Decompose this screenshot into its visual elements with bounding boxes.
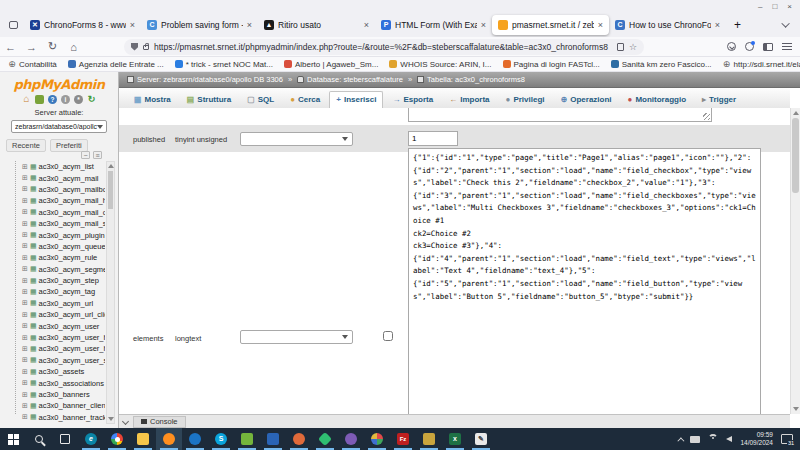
- browser-tab[interactable]: ✕ ChronoForms 8 - www.stebersc ×: [24, 15, 141, 35]
- info-icon[interactable]: i: [61, 95, 70, 104]
- pma-tab[interactable]: → Esporta: [385, 91, 440, 108]
- home-icon[interactable]: ⌂: [63, 41, 84, 53]
- scrollbar-thumb[interactable]: [792, 118, 799, 193]
- menu-hamburger-icon[interactable]: [782, 46, 792, 47]
- breadcrumb-server[interactable]: Server: zebrasrn/database0/apollo DB 330…: [127, 75, 283, 84]
- tab-close-icon[interactable]: ×: [481, 20, 486, 30]
- logout-icon[interactable]: [35, 95, 44, 104]
- server-select[interactable]: zebrasrn/database0/apollc: [11, 120, 107, 133]
- expand-plus-icon[interactable]: ⊞: [22, 185, 28, 193]
- pma-tab[interactable]: ▦ Mostra: [127, 91, 178, 108]
- task-view-button[interactable]: [52, 428, 78, 450]
- taskbar-search-button[interactable]: [26, 428, 52, 450]
- taskbar-app-icon[interactable]: [130, 428, 156, 450]
- expand-plus-icon[interactable]: ⊞: [22, 254, 28, 262]
- scrollbar-thumb[interactable]: [108, 171, 113, 209]
- browser-tab[interactable]: C How to use ChronoForms 8 - In ×: [609, 15, 726, 35]
- bookmark-item[interactable]: Agenzia delle Entrate ...: [68, 60, 164, 69]
- tray-chevron-up-icon[interactable]: [678, 437, 685, 444]
- tree-table-item[interactable]: ⊞ ▦ ac3x0_acym_url_click: [0, 309, 105, 320]
- taskbar-app-icon[interactable]: S: [208, 428, 234, 450]
- sidebar-toggle-icon[interactable]: [763, 43, 773, 51]
- tree-table-item[interactable]: ⊞ ▦ ac3x0_acym_list: [0, 161, 105, 172]
- expand-plus-icon[interactable]: ⊞: [22, 311, 28, 319]
- bookmark-item[interactable]: * trick - srnet NOC Mat...: [175, 60, 273, 69]
- bookmark-item[interactable]: Sanità km zero Fascico...: [611, 60, 712, 69]
- expand-plus-icon[interactable]: ⊞: [22, 356, 28, 364]
- pma-tab[interactable]: ▢ SQL: [240, 91, 281, 108]
- tree-table-item[interactable]: ⊞ ▦ ac3x0_acym_mail_stat: [0, 218, 105, 229]
- tree-table-item[interactable]: ⊞ ▦ ac3x0_acym_mailbox_: [0, 184, 105, 195]
- expand-plus-icon[interactable]: ⊞: [22, 379, 28, 387]
- expand-plus-icon[interactable]: ⊞: [22, 402, 28, 410]
- console-caret-icon[interactable]: [122, 418, 129, 425]
- function-select[interactable]: [240, 330, 353, 344]
- settings-gear-icon[interactable]: *: [74, 95, 83, 104]
- expand-plus-icon[interactable]: ⊞: [22, 231, 28, 239]
- taskbar-app-icon[interactable]: Fz: [390, 428, 416, 450]
- expand-plus-icon[interactable]: ⊞: [22, 368, 28, 376]
- browser-tab[interactable]: ▲ Ritiro usato ×: [258, 15, 375, 35]
- tab-close-icon[interactable]: ×: [364, 20, 369, 30]
- forward-icon[interactable]: →: [21, 41, 42, 53]
- browser-tab[interactable]: C Problem saving form - Forums ×: [141, 15, 258, 35]
- close-button[interactable]: ×: [787, 2, 792, 11]
- expand-plus-icon[interactable]: ⊞: [22, 322, 28, 330]
- scroll-up-icon[interactable]: [793, 111, 799, 115]
- tree-table-item[interactable]: ⊞ ▦ ac3x0_acym_step: [0, 275, 105, 286]
- tree-table-item[interactable]: ⊞ ▦ ac3x0_acym_user_has: [0, 343, 105, 354]
- tracking-shield-icon[interactable]: [131, 43, 138, 51]
- refresh-icon[interactable]: ↻: [87, 95, 96, 104]
- bookmark-star-icon[interactable]: ☆: [629, 42, 637, 52]
- help-icon[interactable]: ?: [48, 95, 57, 104]
- taskbar-app-icon[interactable]: [182, 428, 208, 450]
- bookmark-item[interactable]: ⊕ Contabilità: [8, 60, 57, 69]
- tree-table-item[interactable]: ⊞ ▦ ac3x0_acym_rule: [0, 252, 105, 263]
- list-all-tabs-icon[interactable]: [781, 19, 789, 27]
- volume-icon[interactable]: [726, 436, 732, 442]
- pocket-icon[interactable]: [727, 42, 736, 51]
- pma-tab[interactable]: ⊕ Operazioni: [554, 91, 619, 108]
- taskbar-app-icon[interactable]: [416, 428, 442, 450]
- page-scrollbar[interactable]: [790, 108, 800, 414]
- tree-scrollbar[interactable]: [106, 161, 115, 424]
- scroll-down-icon[interactable]: [108, 417, 114, 421]
- tree-table-item[interactable]: ⊞ ▦ ac3x0_banner_tracks: [0, 412, 105, 423]
- back-icon[interactable]: ←: [0, 41, 21, 53]
- expand-plus-icon[interactable]: ⊞: [22, 265, 28, 273]
- tree-table-item[interactable]: ⊞ ▦ ac3x0_acym_mail_has: [0, 195, 105, 206]
- taskbar-app-icon[interactable]: x: [442, 428, 468, 450]
- taskbar-app-icon[interactable]: [312, 428, 338, 450]
- tray-app-icon[interactable]: [690, 436, 700, 443]
- expand-plus-icon[interactable]: ⊞: [22, 220, 28, 228]
- breadcrumb-database[interactable]: Database: steberscaffalature: [297, 75, 403, 84]
- taskbar-app-icon[interactable]: [364, 428, 390, 450]
- expand-plus-icon[interactable]: ⊞: [22, 413, 28, 421]
- tree-table-item[interactable]: ⊞ ▦ ac3x0_acym_plugin: [0, 229, 105, 240]
- taskbar-clock[interactable]: 09:59 14/09/2024: [740, 431, 773, 447]
- maximize-button[interactable]: □: [772, 2, 777, 11]
- taskbar-app-icon[interactable]: [260, 428, 286, 450]
- pma-tab[interactable]: ← Importa: [442, 91, 496, 108]
- tree-table-item[interactable]: ⊞ ▦ ac3x0_banners: [0, 389, 105, 400]
- tree-table-item[interactable]: ⊞ ▦ ac3x0_acym_mail: [0, 172, 105, 183]
- taskbar-app-icon[interactable]: [234, 428, 260, 450]
- expand-plus-icon[interactable]: ⊞: [22, 277, 28, 285]
- pma-tab[interactable]: ● Cerca: [283, 91, 327, 108]
- tree-table-item[interactable]: ⊞ ▦ ac3x0_acym_segment: [0, 264, 105, 275]
- bookmark-item[interactable]: Pagina di login FASTcl...: [503, 60, 600, 69]
- resize-handle[interactable]: [703, 113, 710, 120]
- pma-tab[interactable]: ● Monitoraggio: [621, 91, 694, 108]
- taskbar-app-icon[interactable]: [338, 428, 364, 450]
- pma-tab[interactable]: ● Privilegi: [499, 91, 552, 108]
- expand-plus-icon[interactable]: ⊞: [22, 197, 28, 205]
- expand-plus-icon[interactable]: ⊞: [22, 391, 28, 399]
- tree-table-item[interactable]: ⊞ ▦ ac3x0_acym_queue: [0, 241, 105, 252]
- recent-button[interactable]: Recente: [6, 139, 46, 152]
- collapse-all-icon[interactable]: −: [81, 151, 90, 159]
- home-icon[interactable]: ⌂: [22, 95, 31, 104]
- lock-icon[interactable]: [143, 45, 149, 50]
- tree-table-item[interactable]: ⊞ ▦ ac3x0_banner_clients: [0, 400, 105, 411]
- url-text[interactable]: https://pmasrnet.srnet.it/phpmyadmin/ind…: [154, 42, 612, 52]
- unlink-panel-icon[interactable]: ≡: [93, 151, 102, 159]
